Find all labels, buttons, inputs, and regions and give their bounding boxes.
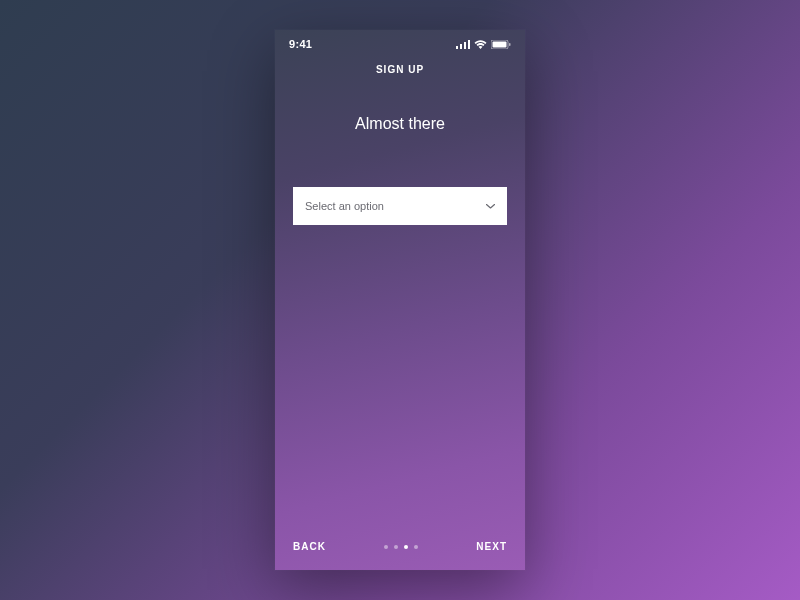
svg-rect-5 <box>493 41 507 47</box>
chevron-down-icon <box>486 204 495 209</box>
page-title: SIGN UP <box>275 64 525 75</box>
back-button[interactable]: BACK <box>293 541 326 552</box>
svg-rect-6 <box>509 43 511 46</box>
battery-icon <box>491 40 511 49</box>
svg-rect-2 <box>464 42 466 49</box>
svg-rect-0 <box>456 46 458 49</box>
wifi-icon <box>474 40 487 49</box>
footer-nav: BACK NEXT <box>275 527 525 570</box>
status-indicators <box>456 40 511 49</box>
phone-frame: 9:41 <box>275 30 525 570</box>
status-bar: 9:41 <box>275 30 525 54</box>
svg-rect-3 <box>468 40 470 49</box>
status-time: 9:41 <box>289 38 312 50</box>
page-header: SIGN UP <box>275 54 525 81</box>
svg-rect-1 <box>460 44 462 49</box>
option-select[interactable]: Select an option <box>293 187 507 225</box>
pagination-dot <box>394 545 398 549</box>
content-heading: Almost there <box>293 115 507 133</box>
pagination-dot <box>384 545 388 549</box>
main-content: Almost there Select an option <box>275 81 525 527</box>
pagination-dot-active <box>404 545 408 549</box>
pagination-dots <box>384 545 418 549</box>
select-placeholder: Select an option <box>305 200 384 212</box>
signal-icon <box>456 40 470 49</box>
next-button[interactable]: NEXT <box>476 541 507 552</box>
pagination-dot <box>414 545 418 549</box>
